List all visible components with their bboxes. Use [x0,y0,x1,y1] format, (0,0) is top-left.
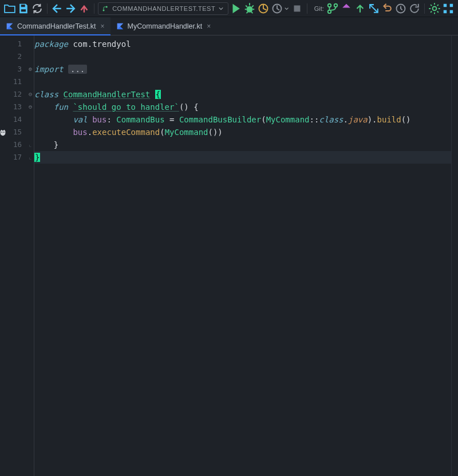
svg-rect-14 [450,3,453,6]
svg-point-2 [103,9,105,11]
stop-icon[interactable] [291,2,303,15]
toolbar-separator [424,3,425,14]
svg-rect-1 [21,9,26,11]
git-rollback-icon[interactable] [381,2,393,15]
svg-rect-16 [450,10,453,13]
code-line[interactable]: val bus: CommandBus = CommandBusBuilder(… [34,113,451,126]
git-push-icon[interactable] [354,2,366,15]
settings-icon[interactable] [428,2,441,15]
line-number[interactable]: 2 [0,50,26,63]
coverage-icon[interactable] [257,2,270,15]
code-line[interactable]: } [34,138,451,151]
toolbar-separator [94,3,94,14]
editor-tab-label: MyCommandHandler.kt [128,22,203,30]
code-line[interactable]: fun `should go to handler`() { [34,101,451,113]
code-line-current[interactable]: } [34,151,451,164]
toolbar-separator [47,3,48,14]
run-icon[interactable] [230,2,242,15]
code-line[interactable]: import ... [34,63,451,76]
code-line[interactable] [34,50,451,63]
fold-gutter[interactable]: ⊕ ⊖ ⊖ ⌞ ⌞ [26,35,34,476]
line-number[interactable]: 16 [0,138,26,151]
svg-point-3 [106,6,108,7]
editor-tabs: CommandHandlerTest.kt × MyCommandHandler… [0,17,458,35]
git-revert-icon[interactable] [408,2,421,15]
grid-icon[interactable] [442,2,455,15]
kotlin-file-icon [6,22,14,30]
code-line[interactable]: bus.executeCommand(MyCommand()) [34,126,451,138]
svg-point-9 [328,10,331,13]
nav-up-icon[interactable] [78,2,90,15]
line-number-gutter[interactable]: 1 2 3 11 12 13 14 15 16 17 [0,35,26,476]
git-branch-icon[interactable] [326,2,339,15]
svg-rect-0 [21,5,25,7]
close-icon[interactable]: × [206,22,212,30]
line-number[interactable]: 1 [0,38,26,50]
editor-tab-label: CommandHandlerTest.kt [17,22,96,30]
svg-rect-7 [294,5,300,11]
svg-point-8 [328,3,331,6]
svg-point-17 [1,132,2,133]
sync-icon[interactable] [31,2,44,15]
kotlin-file-icon [116,22,124,30]
svg-point-4 [247,6,253,12]
main-toolbar: COMMANDHANDLERTEST.TEST Git: [0,0,458,17]
fold-end-icon[interactable]: ⌞ [26,138,34,151]
fold-expand-icon[interactable]: ⊕ [26,63,34,76]
line-number[interactable]: 15 [0,126,26,138]
save-all-icon[interactable] [17,2,30,15]
line-number[interactable]: 12 [0,88,26,101]
nav-forward-icon[interactable] [64,2,77,15]
code-line[interactable] [34,76,451,88]
git-commit-icon[interactable] [340,2,353,15]
open-folder-icon[interactable] [3,2,16,15]
line-number[interactable]: 3 [0,63,26,76]
fold-collapse-icon[interactable]: ⊖ [26,88,34,101]
profile-icon[interactable] [271,2,283,15]
run-configuration-selector[interactable]: COMMANDHANDLERTEST.TEST [98,2,228,15]
svg-point-18 [3,132,5,133]
folded-region[interactable]: ... [68,65,87,74]
code-area[interactable]: package com.trendyol import ... class Co… [34,35,451,476]
code-line[interactable]: package com.trendyol [34,38,451,50]
fold-end-icon[interactable]: ⌞ [26,151,34,164]
editor-tab-active[interactable]: CommandHandlerTest.kt × [0,17,110,35]
run-configuration-label: COMMANDHANDLERTEST.TEST [112,5,215,12]
editor-scrollbar[interactable] [451,35,458,476]
chevron-down-icon [219,6,223,11]
svg-rect-13 [444,3,447,6]
svg-point-10 [334,3,337,6]
nav-back-icon[interactable] [51,2,64,15]
svg-point-12 [433,6,437,10]
git-update-icon[interactable] [368,2,380,15]
line-number[interactable]: 17 [0,151,26,164]
chevron-down-icon[interactable] [285,6,289,11]
code-line[interactable]: class CommandHandlerTest { [34,88,451,101]
close-icon[interactable]: × [100,22,106,30]
debug-icon[interactable] [243,2,256,15]
git-history-icon[interactable] [394,2,407,15]
fold-collapse-icon[interactable]: ⊖ [26,101,34,113]
git-label: Git: [311,5,325,12]
editor-tab[interactable]: MyCommandHandler.kt × [110,17,217,35]
line-number[interactable]: 11 [0,76,26,88]
line-number[interactable]: 14 [0,113,26,126]
svg-rect-15 [444,10,447,13]
line-number[interactable]: 13 [0,101,26,113]
toolbar-separator [307,3,307,14]
code-editor[interactable]: 1 2 3 11 12 13 14 15 16 17 ⊕ ⊖ ⊖ ⌞ ⌞ pac… [0,35,458,476]
